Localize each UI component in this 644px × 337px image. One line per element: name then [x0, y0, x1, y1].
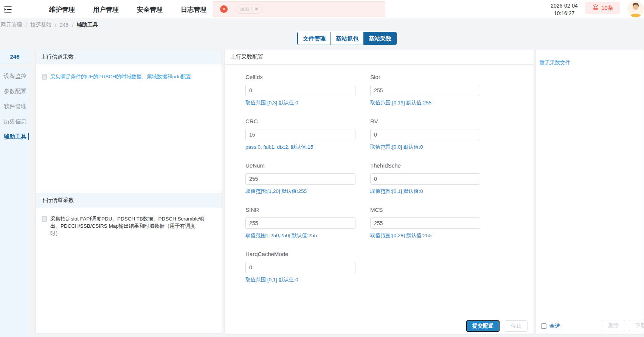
config-field: CRC pass:0, fail:1, dtx:2, 默认值:15: [245, 118, 359, 151]
downlink-collect-item[interactable]: 采集指定slot FAPI调度PDU、PDSCH TB数据、PDSCH Scra…: [42, 215, 213, 237]
field-label: CRC: [245, 118, 359, 126]
date-text: 2026-02-04: [551, 2, 578, 9]
app-root: 维护管理 用户管理 安全管理 日志管理 ✕ 30S ✕ 2026-02-04 1…: [0, 0, 644, 337]
top-menu-item[interactable]: 安全管理: [137, 5, 163, 14]
alarm-siren-icon: [592, 4, 599, 12]
config-fields: CellIdx 取值范围:[0,3] 默认值:0 Slot 取值范围:[0,19…: [245, 74, 484, 283]
field-input[interactable]: [370, 129, 480, 140]
select-all-checkbox[interactable]: [541, 323, 546, 329]
field-hint: 取值范围:[-250,250] 默认值:255: [245, 232, 359, 239]
tab[interactable]: 基站抓包: [331, 32, 363, 45]
field-label: Slot: [370, 74, 484, 81]
downlink-section-header: 下行信道采数: [36, 193, 222, 208]
field-label: SINR: [245, 207, 359, 214]
field-input[interactable]: [245, 129, 355, 140]
breadcrumb-separator: /: [25, 22, 27, 28]
tab[interactable]: 基站采数: [363, 32, 396, 45]
sidebar-menu: 设备监控 参数配置 软件管理 历史信息 辅助工具: [0, 68, 29, 337]
sidebar-item[interactable]: 设备监控: [0, 68, 29, 84]
config-footer: 提交配置 停止: [225, 318, 534, 334]
config-field: Slot 取值范围:[0,19] 默认值:255: [370, 74, 484, 106]
notification-banner: ✕ 30S ✕: [213, 1, 385, 17]
field-label: RV: [370, 118, 484, 126]
sidebar-item[interactable]: 辅助工具: [0, 129, 29, 144]
sidebar-item[interactable]: 软件管理: [0, 99, 29, 114]
alarm-badge[interactable]: 10条: [585, 2, 620, 14]
countdown-text: 30S: [240, 6, 249, 12]
alarm-count: 10条: [601, 5, 613, 12]
field-input[interactable]: [370, 173, 480, 185]
sidebar-item[interactable]: 历史信息: [0, 114, 29, 129]
sidebar-collapse-icon[interactable]: [3, 5, 13, 14]
station-id-box[interactable]: 246: [0, 49, 29, 64]
uplink-section-header: 上行信道采数: [36, 50, 222, 64]
pill-divider: [251, 7, 252, 11]
field-input[interactable]: [245, 85, 355, 96]
breadcrumb-item: 246 /: [60, 22, 77, 28]
field-hint: 取值范围:[0,1] 默认值:0: [370, 188, 484, 195]
document-icon: [42, 74, 47, 81]
field-input[interactable]: [370, 85, 480, 96]
downlink-collect-text: 采集指定slot FAPI调度PDU、PDSCH TB数据、PDSCH Scra…: [50, 215, 205, 237]
user-avatar[interactable]: [627, 1, 644, 17]
field-hint: 取值范围:[0,19] 默认值:255: [370, 99, 484, 106]
sidebar-item[interactable]: 参数配置: [0, 84, 29, 99]
uplink-config-panel: 上行采数配置 CellIdx 取值范围:[0,3] 默认值:0 Slot 取值范…: [225, 49, 534, 334]
tab[interactable]: 文件管理: [298, 32, 331, 45]
top-menu-item[interactable]: 维护管理: [49, 5, 75, 14]
breadcrumb-link[interactable]: 辅助工具: [77, 22, 98, 28]
delete-button[interactable]: 删除: [602, 320, 625, 331]
breadcrumb-separator: /: [72, 22, 73, 28]
top-menu-item[interactable]: 用户管理: [93, 5, 119, 14]
config-field: RV 取值范围:[0,0] 默认值:0: [370, 118, 484, 151]
select-all-label: 全选: [549, 323, 560, 329]
channel-panel: 上行信道采数 采集满足条件的UE的PUSCH的时域数据、频域数据和pdu配置 下…: [36, 49, 222, 333]
datetime: 2026-02-04 10:16:27: [542, 0, 587, 19]
capture-files-panel: 暂无采数文件 全选 删除 下载: [536, 49, 644, 334]
top-menu: 维护管理 用户管理 安全管理 日志管理: [49, 0, 206, 19]
uplink-section-title: 上行信道采数: [41, 53, 74, 61]
config-field: CellIdx 取值范围:[0,3] 默认值:0: [245, 74, 359, 106]
field-input[interactable]: [370, 217, 480, 229]
breadcrumb-link[interactable]: 拉远基站: [30, 22, 51, 28]
time-text: 10:16:27: [554, 9, 575, 17]
field-hint: pass:0, fail:1, dtx:2, 默认值:15: [245, 144, 359, 151]
breadcrumb-item: 辅助工具 /: [77, 22, 98, 28]
field-label: UeNum: [245, 162, 359, 170]
download-button[interactable]: 下载: [629, 320, 644, 331]
document-icon: [42, 216, 47, 224]
breadcrumb-separator: /: [55, 22, 56, 28]
select-all-control[interactable]: 全选: [541, 323, 560, 329]
uplink-collect-item[interactable]: 采集满足条件的UE的PUSCH的时域数据、频域数据和pdu配置: [42, 73, 213, 81]
config-panel-title: 上行采数配置: [230, 53, 263, 61]
config-field: MCS 取值范围:[0,28] 默认值:255: [370, 207, 484, 239]
field-input[interactable]: [245, 173, 355, 185]
field-hint: 取值范围:[1,20] 默认值:255: [245, 188, 359, 195]
field-input[interactable]: [245, 217, 355, 229]
config-field: ThehIdSche 取值范围:[0,1] 默认值:0: [370, 162, 484, 195]
breadcrumb-item: 网元管理 /: [1, 22, 30, 28]
breadcrumb: 网元管理 / 拉远基站 / 246 / 辅助工具 /: [1, 22, 98, 28]
topbar: 维护管理 用户管理 安全管理 日志管理 ✕ 30S ✕ 2026-02-04 1…: [0, 0, 644, 19]
field-hint: 取值范围:[0,3] 默认值:0: [245, 99, 359, 106]
top-menu-item[interactable]: 日志管理: [181, 5, 206, 14]
field-hint: 取值范围:[0,1] 默认值:0: [245, 276, 359, 283]
config-field: UeNum 取值范围:[1,20] 默认值:255: [245, 162, 359, 195]
files-empty-text: 暂无采数文件: [540, 59, 570, 66]
files-footer: 全选 删除 下载: [536, 318, 644, 334]
breadcrumb-item: 拉远基站 /: [30, 22, 60, 28]
stop-button[interactable]: 停止: [505, 320, 528, 332]
breadcrumb-link[interactable]: 网元管理: [1, 22, 22, 28]
station-id: 246: [10, 53, 19, 60]
breadcrumb-link[interactable]: 246: [60, 22, 68, 28]
uplink-collect-link[interactable]: 采集满足条件的UE的PUSCH的时域数据、频域数据和pdu配置: [50, 73, 191, 80]
field-label: CellIdx: [245, 74, 359, 81]
close-icon[interactable]: ✕: [254, 6, 258, 12]
countdown-pill: 30S ✕: [236, 5, 262, 14]
field-label: HarqCacheMode: [245, 251, 359, 258]
config-panel-header: 上行采数配置: [225, 50, 534, 65]
submit-config-button[interactable]: 提交配置: [466, 320, 500, 332]
field-input[interactable]: [245, 262, 355, 273]
field-hint: 取值范围:[0,28] 默认值:255: [370, 232, 484, 239]
error-circle-icon: ✕: [220, 5, 228, 13]
